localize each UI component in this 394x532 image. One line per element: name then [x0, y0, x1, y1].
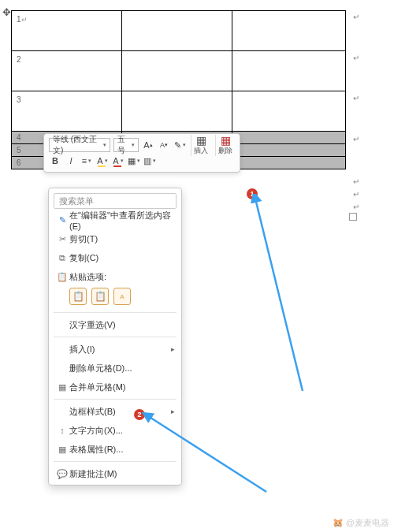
table-icon: ▦ [55, 445, 69, 455]
svg-line-0 [255, 199, 303, 391]
row-num: 5 [17, 146, 21, 154]
shrink-font-button[interactable]: A▾ [158, 139, 170, 151]
menu-copy[interactable]: ⧉ 复制(C) [49, 248, 181, 267]
mini-toolbar: 等线 (西文正文) 五号 A▴ A▾ ✎ ▦ 插入 ▦ 删除 B I ≡ A A… [43, 133, 240, 173]
format-painter-button[interactable]: ✎ [173, 139, 186, 151]
clipboard-icon: 📋 [55, 272, 69, 282]
table-resize-handle[interactable] [349, 213, 357, 221]
menu-label: 插入(I) [69, 344, 173, 355]
menu-label: 表格属性(R)... [69, 444, 173, 456]
para-mark-icon: ↵ [21, 16, 28, 24]
menu-search-input[interactable]: 搜索菜单 [54, 193, 177, 209]
arrow-to-badge-1 [236, 194, 315, 399]
menu-label: 粘贴选项: [69, 271, 173, 283]
context-menu: 搜索菜单 ✎ 在"编辑器"中查看所选内容(E) ✂ 剪切(T) ⧉ 复制(C) … [48, 188, 182, 485]
menu-table-properties[interactable]: ▦ 表格属性(R)... [49, 440, 181, 459]
menu-label: 边框样式(B) [69, 406, 173, 418]
scissors-icon: ✂ [55, 234, 69, 244]
bold-button[interactable]: B [49, 154, 61, 167]
comment-icon: 💬 [55, 469, 69, 479]
menu-editor-view[interactable]: ✎ 在"编辑器"中查看所选内容(E) [49, 210, 181, 229]
insert-label: 插入 [194, 146, 208, 156]
table-row: 2 [12, 51, 346, 91]
menu-paste-options: 📋 粘贴选项: [49, 267, 181, 286]
menu-separator [54, 337, 177, 337]
delete-table-icon: ▦ [221, 135, 231, 146]
table-row: 1↵ [12, 11, 346, 51]
row-num: 2 [17, 55, 21, 64]
menu-label: 汉字重选(V) [69, 319, 173, 331]
paste-text-only-button[interactable]: A [113, 288, 131, 305]
row-num: 6 [17, 158, 21, 167]
font-name-select[interactable]: 等线 (西文正文) [49, 138, 110, 152]
paste-options-row: 📋 📋 A [49, 286, 181, 310]
grow-font-button[interactable]: A▴ [142, 139, 154, 151]
font-color-button[interactable]: A [112, 154, 125, 167]
menu-label: 在"编辑器"中查看所选内容(E) [69, 210, 173, 231]
row-num: 4 [17, 133, 21, 142]
table-move-handle[interactable]: ✥ [2, 6, 11, 18]
menu-border-style[interactable]: 边框样式(B) [49, 402, 181, 421]
menu-label: 复制(C) [69, 252, 173, 264]
row-num: 3 [17, 95, 21, 104]
menu-label: 文字方向(X)... [69, 425, 173, 437]
annotation-badge-2: 2 [134, 409, 145, 420]
watermark: 🐹 @麦麦电器 [333, 517, 389, 529]
menu-text-direction[interactable]: ↕ 文字方向(X)... [49, 421, 181, 440]
menu-label: 剪切(T) [69, 233, 173, 245]
menu-insert[interactable]: 插入(I) [49, 340, 181, 359]
menu-merge-cells[interactable]: ▦ 合并单元格(M) [49, 378, 181, 396]
menu-delete-cells[interactable]: 删除单元格(D)... [49, 359, 181, 378]
menu-new-comment[interactable]: 💬 新建批注(M) [49, 464, 181, 483]
menu-label: 删除单元格(D)... [69, 363, 173, 374]
italic-button[interactable]: I [65, 154, 77, 167]
insert-table-icon: ▦ [196, 135, 206, 146]
menu-label: 合并单元格(M) [69, 381, 173, 393]
table-row: 3 [12, 91, 346, 132]
menu-separator [54, 461, 177, 462]
menu-separator [54, 399, 177, 400]
insert-menu-button[interactable]: ▥ [143, 154, 156, 167]
text-direction-icon: ↕ [55, 426, 69, 435]
delete-group[interactable]: ▦ 删除 [215, 135, 235, 156]
underline-button[interactable]: ≡ [80, 154, 93, 167]
menu-chinese-reselect[interactable]: 汉字重选(V) [49, 315, 181, 334]
paste-merge-button[interactable]: 📋 [91, 288, 109, 305]
menu-label: 新建批注(M) [69, 468, 173, 480]
menu-separator [54, 312, 177, 313]
annotation-badge-1: 1 [247, 188, 258, 199]
insert-group[interactable]: ▦ 插入 [191, 135, 210, 156]
font-size-select[interactable]: 五号 [113, 138, 139, 152]
editor-icon: ✎ [55, 215, 69, 225]
border-button[interactable]: ▦ [128, 154, 140, 167]
highlight-button[interactable]: A [96, 154, 109, 167]
delete-label: 删除 [218, 146, 232, 156]
grid-icon: ▦ [55, 382, 69, 392]
copy-icon: ⧉ [55, 253, 69, 263]
menu-cut[interactable]: ✂ 剪切(T) [49, 229, 181, 248]
paste-keep-source-button[interactable]: 📋 [69, 288, 87, 305]
